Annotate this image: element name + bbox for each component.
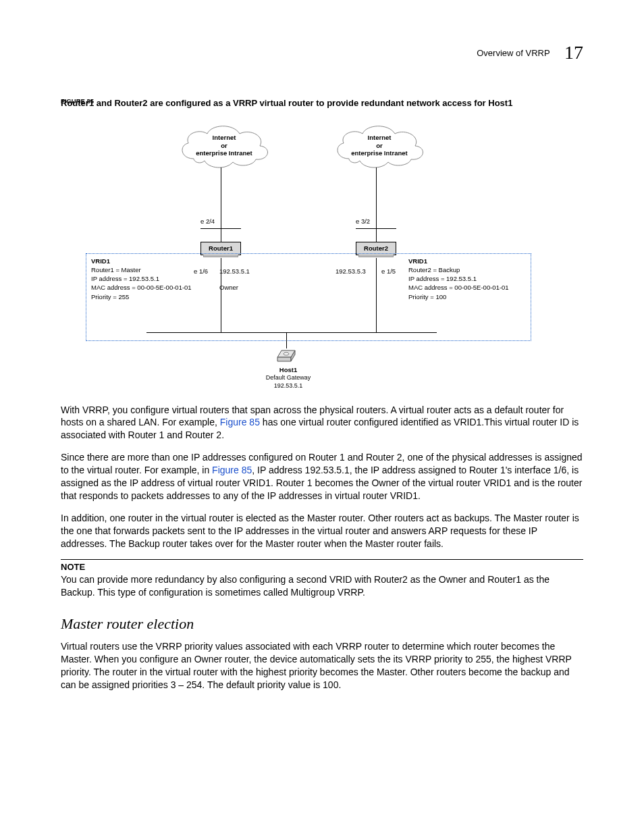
figure-caption: FIGURE 85 Router1 and Router2 are config… [61,97,583,109]
section-title: Overview of VRRP [477,48,549,58]
note-heading: NOTE [61,559,583,573]
port-label: e 3/2 [356,217,370,225]
link-line [221,167,221,243]
figure-caption-text: Router1 and Router2 are configured as a … [61,97,512,109]
page: Overview of VRRP 17 FIGURE 85 Router1 an… [0,0,644,834]
lan-segment [146,332,437,333]
link-line [376,167,377,243]
host-title: Host1 [248,366,329,374]
cloud-left-label: Internet or enterprise Intranet [173,122,275,170]
port-label: e 1/5 [381,267,396,275]
svg-point-3 [284,353,289,355]
info-line: IP address = 192.53.5.1 [91,274,192,283]
vrid1-right-info: VRID1 Router2 = Backup IP address = 192.… [408,257,509,301]
cloud-left: Internet or enterprise Intranet [173,122,275,170]
host-gateway-ip: 192.53.5.1 [248,382,329,390]
figure-link[interactable]: Figure 85 [220,417,260,427]
paragraph: With VRRP, you configure virtual routers… [61,404,583,442]
link-line [376,258,377,332]
port-label: e 2/4 [200,217,215,225]
cloud-right: Internet or enterprise Intranet [329,122,430,170]
vrid1-left-title: VRID1 [91,257,192,265]
body-text: With VRRP, you configure virtual routers… [61,404,583,692]
link-line [200,228,241,229]
section-heading: Master router election [61,614,583,634]
host-label: Host1 Default Gateway 192.53.5.1 [248,366,329,390]
info-line: MAC address = 00-00-5E-00-01-01 [408,283,509,292]
paragraph: Virtual routers use the VRRP priority va… [61,640,583,692]
link-line [221,258,221,332]
paragraph: In addition, one router in the virtual r… [61,512,583,550]
info-line: Priority = 255 [91,292,192,301]
cloud-right-label: Internet or enterprise Intranet [329,122,430,170]
info-line: Router1 = Master [91,265,192,274]
owner-label: Owner [219,284,238,291]
info-line: Priority = 100 [408,292,509,301]
figure-label: FIGURE 85 [61,97,94,106]
host-icon [275,348,298,364]
paragraph: Since there are more than one IP address… [61,451,583,502]
figure-link[interactable]: Figure 85 [212,465,252,475]
info-line: Router2 = Backup [408,265,509,274]
link-line [356,228,396,229]
svg-marker-1 [277,357,291,361]
host-gateway-label: Default Gateway [248,374,329,382]
vrid1-right-title: VRID1 [408,257,509,265]
link-line [286,332,287,348]
network-diagram: Internet or enterprise Intranet Internet… [86,122,558,398]
chapter-number: 17 [564,42,583,63]
info-line: IP address = 192.53.5.1 [408,274,509,283]
running-header: Overview of VRRP 17 [477,42,583,63]
vrid1-left-info: VRID1 Router1 = Master IP address = 192.… [91,257,192,301]
note-text: You can provide more redundancy by also … [61,573,583,599]
port-label: e 1/6 [194,267,208,275]
ip-label: 192.53.5.3 [336,267,366,275]
ip-label: 192.53.5.1 [219,267,250,275]
info-line: MAC address = 00-00-5E-00-01-01 [91,283,192,292]
